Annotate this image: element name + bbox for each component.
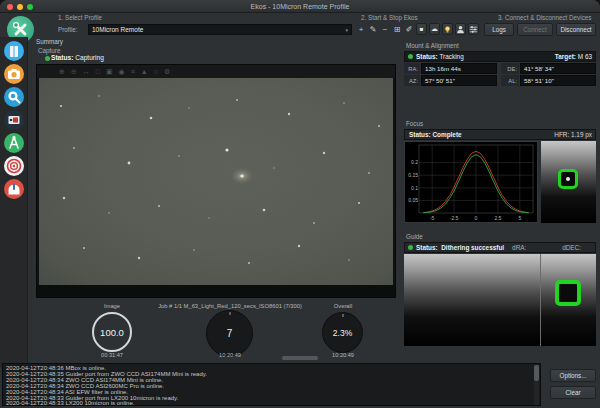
guide-section-title: Guide [406, 233, 423, 240]
preview-toolbar-icon-8[interactable]: ○ [154, 65, 158, 78]
mount-status-row: Status: Tracking Target: M 63 [404, 51, 596, 62]
overall-progress-gauge: 2.3% [322, 312, 363, 353]
svg-text:-2.5: -2.5 [450, 215, 459, 221]
guide-drift-area [404, 254, 540, 346]
overall-gauge-label: Overall [313, 303, 373, 309]
clone-profile-button[interactable]: ⊞ [392, 24, 402, 35]
capture-status-dot [45, 56, 50, 61]
splitter-handle[interactable] [282, 356, 318, 360]
section-start-stop: 2. Start & Stop Ekos [361, 14, 418, 21]
log-scrollbar-thumb[interactable] [534, 365, 539, 381]
de-label: DE: [501, 63, 519, 74]
az-value: 57° 50' 51" [421, 75, 497, 86]
log-console[interactable]: 2020-04-12T20:48:36 MBox is online.2020-… [2, 363, 541, 406]
edit-profile-button[interactable]: ✎ [368, 24, 378, 35]
al-label: AL: [501, 75, 519, 86]
sidebar-item-mount[interactable] [4, 133, 24, 153]
preview-toolbar-icon-9[interactable]: ⚙ [164, 65, 170, 78]
connect-button[interactable]: Connect [517, 23, 553, 36]
devices-book-icon [4, 41, 24, 61]
overall-progress-value: 2.3% [333, 328, 352, 338]
lightbulb-icon [443, 25, 452, 34]
preview-toolbar-icon-2[interactable]: ↔ [83, 65, 90, 78]
guide-ddec-label: dDEC: [562, 244, 595, 251]
observer-button[interactable] [455, 23, 466, 35]
sliders-icon [469, 25, 478, 34]
image-time: 00:31:47 [82, 352, 142, 358]
focus-status-value: Complete [432, 131, 461, 138]
profile-wizard-button[interactable]: ✐ [404, 24, 414, 35]
dome-icon [4, 179, 24, 199]
svg-text:0.2: 0.2 [411, 159, 418, 165]
title-bar: Ekos - 10Micron Remote Profile [0, 0, 600, 13]
guide-star-thumbnail [541, 254, 596, 346]
sidebar-item-capture[interactable] [4, 64, 24, 84]
indi-panel-button[interactable] [442, 23, 453, 35]
remove-profile-button[interactable]: − [380, 24, 390, 35]
sidebar-item-guide[interactable] [4, 156, 24, 176]
preview-toolbar: ⊕⊖↔□▣◉≡▲○⚙ [37, 65, 395, 78]
capture-status-value: Capturing [75, 54, 104, 61]
mount-status-label: Status: [416, 53, 438, 60]
options-sliders-button[interactable] [468, 23, 479, 35]
preview-toolbar-icon-3[interactable]: □ [96, 65, 100, 78]
preview-toolbar-icon-7[interactable]: ▲ [141, 65, 148, 78]
image-progress-gauge: 100.0 [92, 312, 132, 352]
preview-toolbar-icon-0[interactable]: ⊕ [59, 65, 65, 78]
guide-status-value: Dithering successful [441, 244, 504, 251]
guide-status-label: Status: [416, 244, 438, 251]
target-label: Target: [555, 53, 576, 60]
preview-toolbar-icon-1[interactable]: ⊖ [71, 65, 77, 78]
svg-text:5: 5 [518, 215, 521, 221]
module-sidebar [0, 37, 28, 368]
gauge-tick [229, 312, 230, 315]
log-options-button[interactable]: Options... [550, 369, 596, 382]
section-select-profile: 1. Select Profile [58, 14, 102, 21]
logs-button[interactable]: Logs [484, 23, 514, 36]
capture-status: Status: Capturing [51, 54, 104, 61]
guide-star-box [555, 280, 581, 306]
mount-status-value: Tracking [439, 53, 463, 60]
magnifier-icon [4, 87, 24, 107]
profile-select[interactable]: 10Micron Remote ▾ [88, 24, 352, 35]
focus-star-thumbnail [541, 141, 596, 223]
preview-toolbar-icon-6[interactable]: ≡ [131, 65, 135, 78]
tab-summary[interactable]: Summary [36, 38, 63, 45]
focus-hfr: HFR: 1.19 px [554, 131, 595, 138]
mount-status-dot [408, 54, 413, 59]
ra-label: RA: [404, 63, 420, 74]
sidebar-item-devices[interactable] [4, 41, 24, 61]
focus-section-title: Focus [406, 120, 423, 127]
focus-star-box [558, 169, 578, 189]
profile-label: Profile: [58, 26, 78, 33]
sidebar-item-align[interactable] [4, 110, 24, 130]
preview-toolbar-icon-5[interactable]: ◉ [119, 65, 125, 78]
window-title: Ekos - 10Micron Remote Profile [0, 3, 600, 10]
ekos-window: Ekos - 10Micron Remote Profile 1. Select… [0, 0, 600, 408]
focus-status-row: Status: Complete HFR: 1.19 px [404, 129, 596, 140]
sidebar-item-observatory[interactable] [4, 179, 24, 199]
sidebar-item-focus[interactable] [4, 87, 24, 107]
profile-select-value: 10Micron Remote [92, 26, 345, 33]
focus-star-dot [566, 177, 570, 181]
svg-text:-5: -5 [430, 215, 435, 221]
image-progress-value: 100.0 [100, 327, 124, 338]
guide-status-row: Status: Dithering successful dRA: dDEC: [404, 242, 596, 253]
chevron-down-icon: ▾ [345, 27, 348, 33]
stop-icon: ■ [420, 26, 424, 32]
stop-ekos-button[interactable]: ■ [416, 23, 427, 35]
disconnect-button[interactable]: Disconnect [556, 23, 596, 36]
log-scrollbar[interactable] [534, 365, 539, 406]
add-profile-button[interactable]: + [356, 24, 366, 35]
focus-plot: -5-2.502.550.050.10.150.2 [405, 142, 537, 222]
preview-toolbar-icon-4[interactable]: ▣ [106, 65, 113, 78]
job-gauge-label: Job # 1/1 M_63_Light_Red_120_secs_ISO860… [120, 303, 340, 309]
ra-value: 13h 16m 44s [421, 63, 497, 74]
target-value: M 63 [578, 53, 592, 60]
capture-preview: ⊕⊖↔□▣◉≡▲○⚙ [36, 64, 396, 298]
ekos-live-button[interactable]: ☁ [429, 23, 440, 35]
log-clear-button[interactable]: Clear [550, 386, 596, 399]
telescope-mount-icon [4, 133, 24, 153]
svg-text:0.15: 0.15 [408, 172, 418, 178]
section-connect-disconnect: 3. Connect & Disconnect Devices [498, 14, 591, 21]
